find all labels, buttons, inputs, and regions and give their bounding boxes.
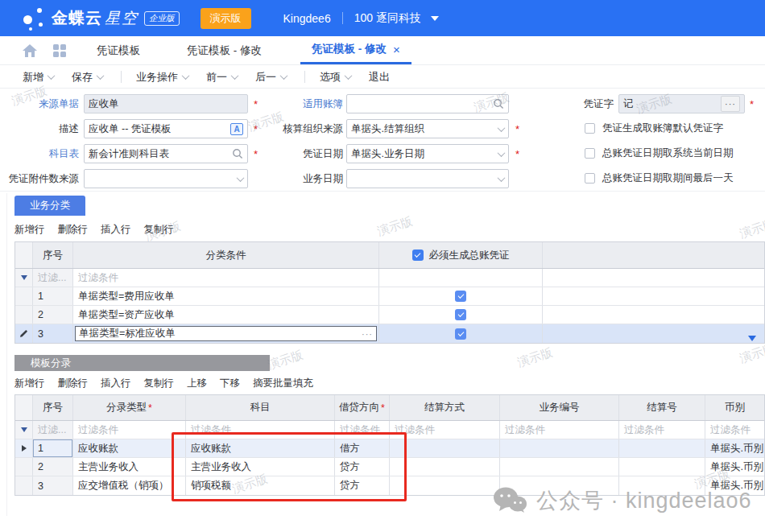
filter-cell[interactable]: 过滤条件: [705, 421, 764, 439]
filter-cell[interactable]: 过滤条件: [390, 421, 500, 439]
currency-cell[interactable]: 单据头.币别: [705, 439, 764, 457]
voucher-date-select[interactable]: 单据头.业务日期: [346, 144, 509, 163]
entry-type-cell[interactable]: 应交增值税（销项）: [73, 476, 186, 495]
seq-cell[interactable]: 3: [33, 324, 73, 343]
biz-no-cell[interactable]: [500, 476, 619, 495]
menu-grid-icon[interactable]: [53, 44, 66, 57]
biz-delete-row-button[interactable]: 删除行: [58, 223, 89, 237]
tab-close-icon[interactable]: ×: [393, 43, 400, 56]
tab-template-entries[interactable]: 模板分录: [14, 355, 270, 371]
biz-insert-row-button[interactable]: 插入行: [101, 223, 131, 237]
entry-insert-row-button[interactable]: 插入行: [101, 377, 131, 390]
filter-cell[interactable]: 过滤条件: [186, 421, 335, 439]
search-icon[interactable]: [493, 98, 504, 109]
exit-button[interactable]: 退出: [369, 70, 390, 85]
entry-move-up-button[interactable]: 上移: [187, 377, 207, 390]
chevron-down-icon[interactable]: [498, 149, 506, 157]
organization-name[interactable]: 100 逐同科技: [354, 11, 421, 26]
must-gl-cell[interactable]: [379, 287, 543, 305]
direction-cell[interactable]: 贷方: [335, 458, 390, 476]
seq-cell[interactable]: 1: [33, 287, 73, 305]
checkbox-checked-icon[interactable]: [455, 309, 466, 320]
condition-cell-editing[interactable]: 单据类型=标准应收单 ···: [73, 324, 379, 343]
previous-button[interactable]: 前一: [206, 70, 238, 85]
settle-no-cell[interactable]: [619, 439, 705, 457]
lookup-more-button[interactable]: ···: [362, 329, 373, 339]
business-operation-button[interactable]: 业务操作: [136, 70, 188, 85]
entry-type-cell[interactable]: 主营业务收入: [73, 458, 186, 476]
biz-no-cell[interactable]: [500, 439, 619, 457]
must-gl-cell[interactable]: [379, 324, 543, 343]
entry-add-row-button[interactable]: 新增行: [14, 377, 45, 390]
entry-move-down-button[interactable]: 下移: [220, 377, 240, 390]
currency-cell[interactable]: 单据头.币别: [705, 458, 764, 476]
biz-date-select[interactable]: [346, 169, 509, 188]
account-cell[interactable]: 销项税额: [186, 476, 335, 495]
chevron-down-icon[interactable]: [498, 124, 506, 132]
tab-voucher-template-edit-1[interactable]: 凭证模板 - 修改: [176, 36, 273, 64]
home-icon[interactable]: [23, 44, 37, 57]
settle-no-cell[interactable]: [619, 476, 705, 495]
condition-cell[interactable]: 单据类型=费用应收单: [73, 287, 379, 305]
tab-voucher-template-edit-2[interactable]: 凭证模板 - 修改 ×: [300, 36, 411, 64]
apply-book-field[interactable]: [346, 94, 509, 113]
biz-add-row-button[interactable]: 新增行: [14, 223, 45, 237]
entry-batch-fill-button[interactable]: 摘要批量填充: [253, 377, 313, 390]
account-cell[interactable]: 应收账款: [186, 439, 335, 457]
apply-book-label[interactable]: 适用账簿: [242, 94, 343, 113]
must-gl-cell[interactable]: [379, 306, 543, 324]
account-table-field[interactable]: 新会计准则科目表: [84, 144, 248, 163]
description-field[interactable]: 应收单 -- 凭证模板 A: [84, 119, 248, 138]
biz-no-cell[interactable]: [500, 458, 619, 476]
lookup-more-button[interactable]: ···: [721, 96, 740, 112]
seq-cell[interactable]: 1: [33, 439, 73, 457]
checkbox-checked-icon[interactable]: [455, 291, 466, 302]
biz-copy-row-button[interactable]: 复制行: [144, 223, 175, 237]
currency-cell[interactable]: 单据头.币别: [705, 476, 764, 495]
direction-cell[interactable]: 贷方: [335, 476, 390, 495]
seq-cell[interactable]: 2: [33, 306, 73, 324]
table-row[interactable]: 3 应交增值税（销项） 销项税额 贷方 单据头.币别: [15, 476, 764, 495]
next-button[interactable]: 后一: [255, 70, 287, 85]
demo-version-button[interactable]: 演示版: [201, 8, 251, 29]
org-source-select[interactable]: 单据头.结算组织: [346, 119, 509, 138]
account-table-label[interactable]: 科目表: [0, 144, 79, 163]
org-dropdown-caret-icon[interactable]: [431, 16, 439, 21]
settle-method-cell[interactable]: [390, 439, 500, 457]
new-button[interactable]: 新增: [23, 70, 54, 85]
filter-seq-cell[interactable]: 过滤...: [33, 269, 73, 287]
tab-business-classification[interactable]: 业务分类: [14, 196, 85, 216]
source-doc-label[interactable]: 来源单据: [0, 94, 79, 113]
entry-delete-row-button[interactable]: 删除行: [58, 377, 89, 390]
seq-cell[interactable]: 2: [33, 458, 73, 476]
checkbox-checked-icon[interactable]: [412, 250, 424, 261]
filter-seq-cell[interactable]: 过滤...: [33, 421, 73, 439]
account-cell[interactable]: 主营业务收入: [186, 458, 335, 476]
table-row[interactable]: 2 主营业务收入 主营业务收入 贷方 单据头.币别: [15, 458, 764, 476]
filter-cell[interactable]: 过滤条件: [335, 421, 390, 439]
options-button[interactable]: 选项: [320, 70, 351, 85]
entry-type-cell[interactable]: 应收账款: [73, 439, 186, 457]
settle-method-cell[interactable]: [390, 476, 500, 495]
table-row[interactable]: 1 单据类型=费用应收单: [15, 287, 764, 306]
entry-copy-row-button[interactable]: 复制行: [144, 377, 175, 390]
filter-cell[interactable]: 过滤条件: [500, 421, 619, 439]
table-row-selected[interactable]: 1 应收账款 应收账款 借方 单据头.币别: [15, 439, 764, 458]
attachment-source-select[interactable]: [84, 169, 248, 188]
filter-icon-cell[interactable]: [15, 269, 33, 287]
filter-chk-cell[interactable]: [379, 269, 543, 287]
condition-cell[interactable]: 单据类型=资产应收单: [73, 306, 379, 324]
tab-voucher-template[interactable]: 凭证模板: [85, 36, 151, 64]
filter-icon-cell[interactable]: [15, 421, 33, 439]
filter-cell[interactable]: 过滤条件: [73, 421, 186, 439]
checkbox-checked-icon[interactable]: [455, 328, 466, 340]
checkbox-default-voucher-word[interactable]: [585, 123, 595, 134]
filter-cell[interactable]: 过滤条件: [619, 421, 705, 439]
direction-cell[interactable]: 借方: [335, 439, 390, 457]
settle-method-cell[interactable]: [390, 458, 500, 476]
chevron-down-icon[interactable]: [498, 174, 506, 182]
grid-expand-icon[interactable]: [748, 336, 756, 341]
save-button[interactable]: 保存: [72, 70, 103, 85]
condition-edit-input[interactable]: 单据类型=标准应收单 ···: [75, 326, 377, 341]
seq-cell[interactable]: 3: [33, 476, 73, 495]
